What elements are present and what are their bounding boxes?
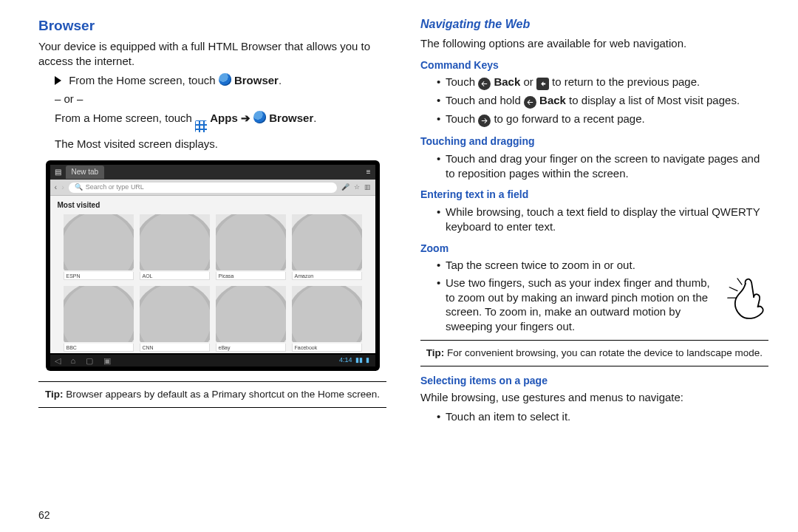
cmdkeys-list: Touch Back or to return to the previous … <box>437 75 768 127</box>
left-column: Browser Your device is equipped with a f… <box>38 16 386 427</box>
mock-search-icon: 🔍 <box>75 183 83 192</box>
browser-globe-icon <box>219 73 231 86</box>
tablet-mock: ▤ New tab ≡ ‹ › 🔍 Search or type URL 🎤 ☆… <box>46 160 380 371</box>
tip-right: Tip: For convenient browsing, you can ro… <box>420 340 768 366</box>
apps-grid-icon <box>195 120 207 132</box>
tip-left: Tip: Browser appears by default as a Pri… <box>38 381 386 408</box>
nav-intro: The following options are available for … <box>420 36 768 51</box>
back-arrow-circle-icon <box>524 96 536 109</box>
mock-window-icon: ▥ <box>364 183 371 192</box>
step-apps: From a Home screen, touch Apps Browser. <box>55 111 386 132</box>
mock-signal-icon: ▮▮ <box>355 356 363 365</box>
mock-sys-home-icon: ⌂ <box>71 355 76 366</box>
mock-thumb: CNN <box>140 286 210 352</box>
mock-status-bar: ◁ ⌂ ▢ ▣ 4:14 ▮▮ ▮ <box>50 355 375 366</box>
mock-sys-recent-icon: ▢ <box>86 355 93 366</box>
cmdkey-forward: Touch to go forward to a recent page. <box>437 112 768 127</box>
mock-sys-back-icon: ◁ <box>55 355 61 366</box>
mock-clock: 4:14 <box>339 356 352 365</box>
back-arrow-square-icon <box>536 78 549 90</box>
select-touch: Touch an item to select it. <box>437 409 768 424</box>
back-arrow-circle-icon <box>478 78 491 90</box>
mock-tab: New tab <box>66 166 105 178</box>
pinch-hand-icon <box>724 276 768 324</box>
cmdkey-hold-back: Touch and hold Back to display a list of… <box>437 93 768 109</box>
browser-globe-icon <box>253 111 266 123</box>
cmdkey-back: Touch Back or to return to the previous … <box>437 75 768 90</box>
zoom-tap: Tap the screen twice to zoom in or out. <box>437 258 768 273</box>
mock-mv-label: Most visited <box>50 196 375 211</box>
mock-thumb: AOL <box>140 214 210 280</box>
mock-thumbs: ESPN AOL Picasa Amazon BBC CNN eBay Face… <box>50 211 375 358</box>
zoom-pinch: Use two fingers, such as your index fing… <box>437 276 768 334</box>
heading-cmdkeys: Command Keys <box>420 58 768 72</box>
heading-entry: Entering text in a field <box>420 188 768 201</box>
mock-thumb: BBC <box>64 286 134 352</box>
mock-forward-icon: › <box>61 182 64 193</box>
heading-nav: Navigating the Web <box>420 16 768 32</box>
most-visited: The Most visited screen displays. <box>55 137 386 151</box>
forward-arrow-circle-icon <box>478 115 491 127</box>
heading-zoom: Zoom <box>420 242 768 255</box>
mock-url-input: 🔍 Search or type URL <box>69 183 337 193</box>
mock-thumb: Amazon <box>292 214 362 280</box>
play-triangle-icon <box>55 76 61 85</box>
mock-thumb: Facebook <box>292 286 362 352</box>
heading-select: Selecting items on a page <box>420 374 768 387</box>
heading-drag: Touching and dragging <box>420 134 768 148</box>
page-number: 62 <box>38 508 50 522</box>
mock-star-icon: ☆ <box>354 183 360 192</box>
mock-mic-icon: 🎤 <box>341 183 349 192</box>
or-separator: – or – <box>55 92 386 106</box>
mock-sys-screenshot-icon: ▣ <box>103 355 111 366</box>
mock-battery-icon: ▮ <box>366 356 369 365</box>
mock-url-bar: ‹ › 🔍 Search or type URL 🎤 ☆ ▥ <box>50 180 375 196</box>
mock-thumb: Picasa <box>216 214 286 280</box>
arrow-right-icon <box>238 112 253 124</box>
select-intro: While browsing, use gestures and menus t… <box>420 390 768 405</box>
mock-menu-icon: ≡ <box>366 167 371 177</box>
mock-thumb: eBay <box>216 286 286 352</box>
drag-item: Touch and drag your finger on the screen… <box>437 151 768 181</box>
mock-bookmark-icon: ▤ <box>55 167 61 177</box>
right-column: Navigating the Web The following options… <box>420 16 768 427</box>
mock-tab-bar: ▤ New tab ≡ <box>50 165 375 180</box>
heading-browser: Browser <box>38 16 386 35</box>
entry-item: While browsing, touch a text field to di… <box>437 205 768 234</box>
mock-thumb: ESPN <box>64 214 134 280</box>
browser-intro: Your device is equipped with a full HTML… <box>38 39 386 69</box>
step-home: From the Home screen, touch Browser. <box>55 73 386 88</box>
mock-back-icon: ‹ <box>55 182 58 193</box>
